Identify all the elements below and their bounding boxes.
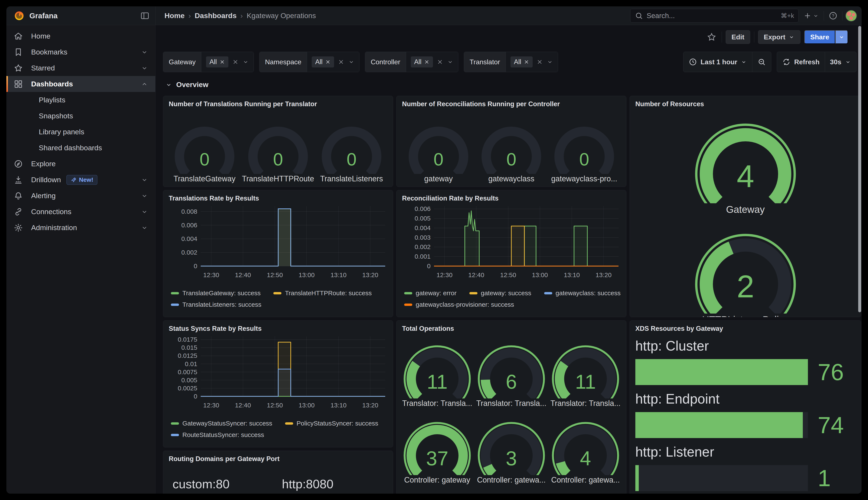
breadcrumb-home[interactable]: Home [165, 11, 185, 20]
filter-gateway[interactable]: GatewayAll [163, 52, 254, 72]
share-menu-caret[interactable] [835, 30, 848, 44]
section-title: Overview [176, 80, 208, 89]
svg-text:12:50: 12:50 [267, 402, 283, 409]
legend-item[interactable]: gateway: error [404, 289, 457, 297]
search-shortcut: ⌘+k [781, 12, 794, 19]
chevron-down-icon [141, 192, 148, 200]
clock-icon [689, 58, 697, 66]
legend-item[interactable]: TranslateListeners: success [171, 301, 261, 308]
sidebar-item-playlists[interactable]: Playlists [7, 92, 155, 108]
filter-chip-all[interactable]: All [511, 56, 533, 67]
gauge-label: gatewayclass [488, 174, 534, 183]
mega-menu-toggle-icon[interactable] [139, 10, 151, 22]
time-range-picker[interactable]: Last 1 hour [683, 52, 752, 72]
scrollbar-thumb[interactable] [858, 26, 861, 312]
filter-controller[interactable]: ControllerAll [365, 52, 458, 72]
sidebar-item-dashboards[interactable]: Dashboards [7, 76, 155, 92]
gauge-arc: 0 [318, 120, 386, 174]
gauge-value: 3 [506, 447, 517, 469]
favorite-star-button[interactable] [705, 31, 718, 43]
user-avatar[interactable] [845, 10, 857, 22]
legend-color-pill [171, 434, 179, 436]
edit-button[interactable]: Edit [726, 30, 750, 44]
sidebar-item-shared-dashboards[interactable]: Shared dashboards [7, 140, 155, 156]
legend-item[interactable]: GatewayStatusSyncer: success [171, 420, 272, 427]
panel-title[interactable]: Number of Resources [635, 100, 855, 108]
chevron-down-icon[interactable] [348, 59, 355, 65]
chart-svg: 00.0020.0040.0060.00812:3012:4012:5013:0… [169, 202, 389, 286]
clear-filter-icon[interactable] [232, 59, 238, 65]
plus-icon [803, 11, 812, 20]
chevron-down-icon [813, 13, 819, 19]
chevron-down-icon[interactable] [547, 59, 553, 65]
panel-title[interactable]: Number of Reconciliations Running per Co… [402, 100, 621, 108]
clear-filter-icon[interactable] [338, 59, 344, 65]
sidebar-item-connections[interactable]: Connections [7, 204, 155, 220]
legend-item[interactable]: TranslateHTTPRoute: success [273, 289, 371, 297]
legend-item[interactable]: gatewayclass: success [544, 289, 621, 297]
search-input[interactable]: Search... ⌘+k [630, 9, 799, 23]
panel-title[interactable]: XDS Resources by Gateway [635, 325, 855, 332]
svg-text:0: 0 [194, 393, 197, 400]
filter-value: All [506, 52, 558, 72]
refresh-button[interactable]: Refresh [777, 52, 825, 72]
chevron-down-icon[interactable] [447, 59, 453, 65]
svg-text:0.005: 0.005 [181, 376, 197, 384]
legend-item[interactable]: RouteStatusSyncer: success [171, 431, 264, 439]
sidebar-item-starred[interactable]: Starred [7, 60, 155, 76]
sidebar-item-snapshots[interactable]: Snapshots [7, 108, 155, 124]
svg-text:13:00: 13:00 [299, 271, 315, 279]
gauge-value: 0 [434, 149, 444, 169]
panel-title[interactable]: Routing Domains per Gateway Port [169, 455, 387, 463]
breadcrumb: Home › Dashboards › Kgateway Operations [165, 11, 316, 20]
sidebar-item-library-panels[interactable]: Library panels [7, 124, 155, 140]
share-button[interactable]: Share [804, 30, 835, 44]
svg-text:0.0175: 0.0175 [178, 336, 197, 343]
remove-value-icon [424, 59, 430, 65]
grafana-logo-icon[interactable] [14, 10, 25, 21]
legend-item[interactable]: gateway: success [469, 289, 531, 297]
clear-filter-icon[interactable] [437, 59, 443, 65]
panel-xds-resources: XDS Resources by Gateway http: Cluster76… [630, 320, 861, 493]
filter-chip-all[interactable]: All [411, 56, 433, 67]
chevron-down-icon [838, 34, 845, 41]
legend-item[interactable]: TranslateGateway: success [171, 289, 260, 297]
stat-http-8080: http:8080 [278, 477, 387, 491]
row-overview-toggle[interactable]: Overview [165, 80, 208, 89]
sidebar-item-explore[interactable]: Explore [7, 156, 155, 172]
gauge-value: 0 [507, 149, 516, 169]
filter-translator[interactable]: TranslatorAll [464, 52, 558, 72]
sidebar-item-home[interactable]: Home [7, 28, 155, 44]
legend-label: TranslateHTTPRoute: success [285, 289, 371, 297]
clear-filter-icon[interactable] [536, 59, 543, 65]
legend-item[interactable]: gatewayclass-provisioner: success [404, 301, 514, 308]
breadcrumb-dashboards[interactable]: Dashboards [195, 11, 237, 20]
gauge-arc: 11 [402, 341, 472, 398]
panel-title[interactable]: Total Operations [402, 325, 621, 332]
svg-text:12:50: 12:50 [500, 271, 516, 279]
sidebar-item-administration[interactable]: Administration [7, 220, 155, 236]
legend-item[interactable]: PolicyStatusSyncer: success [285, 420, 378, 427]
svg-text:0.0075: 0.0075 [178, 368, 197, 375]
time-zoom-out-button[interactable] [752, 52, 771, 72]
sidebar-item-drilldown[interactable]: DrilldownNew! [7, 172, 155, 188]
refresh-interval-picker[interactable]: 30s [825, 52, 856, 72]
filter-chip-all[interactable]: All [312, 56, 334, 67]
filter-namespace[interactable]: NamespaceAll [259, 52, 359, 72]
topbar-actions: Search... ⌘+k ? [630, 9, 861, 23]
gauge: 0gateway [404, 120, 472, 183]
sidebar-item-alerting[interactable]: Alerting [7, 188, 155, 204]
add-menu-button[interactable] [802, 10, 821, 22]
filter-value: All [307, 52, 359, 72]
sidebar-item-bookmarks[interactable]: Bookmarks [7, 44, 155, 60]
sidebar-item-label: Starred [31, 64, 55, 72]
panel-title[interactable]: Translations Rate by Results [169, 195, 387, 202]
panel-title[interactable]: Number of Translations Running per Trans… [169, 100, 387, 108]
filter-chip-all[interactable]: All [206, 56, 228, 67]
panel-title[interactable]: Reconciliation Rate by Results [402, 195, 621, 202]
panel-title[interactable]: Status Syncs Rate by Results [169, 325, 387, 332]
export-button[interactable]: Export [758, 30, 800, 44]
help-button[interactable]: ? [827, 10, 839, 22]
chevron-down-icon[interactable] [243, 59, 249, 65]
drilldown-icon [14, 175, 23, 184]
